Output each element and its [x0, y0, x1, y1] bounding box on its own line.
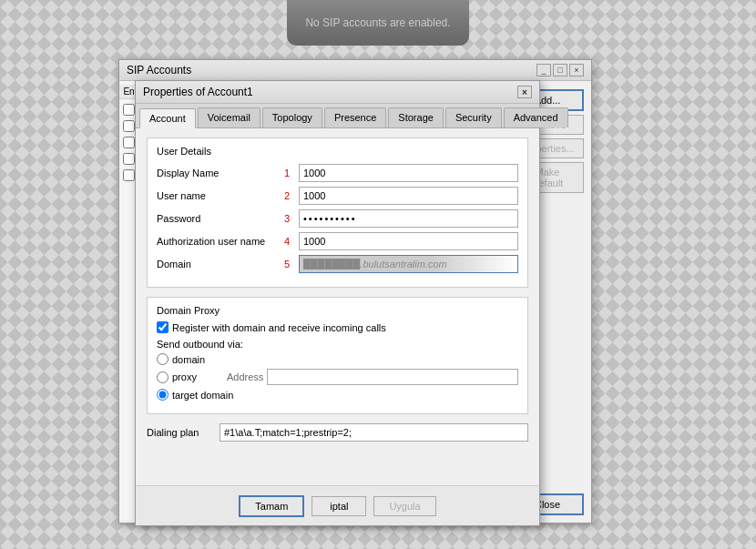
- user-details-group: User Details Display Name 1 User name 2 …: [147, 137, 528, 288]
- tab-storage[interactable]: Storage: [388, 107, 444, 127]
- domain-row: Domain 5: [157, 255, 518, 273]
- display-name-number: 1: [284, 168, 295, 178]
- proxy-address-label: Address: [227, 371, 263, 382]
- tab-account[interactable]: Account: [139, 108, 196, 128]
- domain-number: 5: [284, 259, 295, 269]
- sip-checkbox-4[interactable]: [123, 153, 135, 165]
- tabs-container: Account Voicemail Topology Presence Stor…: [136, 104, 539, 128]
- radio-target-domain-row: target domain: [157, 389, 518, 401]
- user-details-title: User Details: [157, 146, 518, 157]
- register-checkbox[interactable]: [157, 321, 169, 333]
- sip-accounts-close-button[interactable]: ×: [569, 64, 584, 76]
- tab-advanced[interactable]: Advanced: [504, 107, 568, 127]
- sip-checkbox-3[interactable]: [123, 137, 135, 148]
- radio-target-domain-label: target domain: [172, 390, 233, 401]
- auth-username-label: Authorization user name: [157, 236, 284, 247]
- properties-title: Properties of Account1: [143, 86, 253, 98]
- proxy-address-input[interactable]: [267, 369, 518, 385]
- domain-proxy-title: Domain Proxy: [157, 305, 518, 316]
- device-top: No SIP accounts are enabled.: [287, 0, 469, 46]
- ok-button[interactable]: Tamam: [239, 495, 304, 517]
- password-label: Password: [157, 213, 284, 224]
- radio-proxy-row: proxy Address: [157, 369, 518, 385]
- sip-accounts-maximize-button[interactable]: □: [553, 64, 567, 76]
- sip-accounts-title: SIP Accounts: [127, 64, 191, 76]
- display-name-label: Display Name: [157, 168, 284, 178]
- properties-close-button[interactable]: ×: [517, 86, 532, 98]
- sip-accounts-titlebar: SIP Accounts _ □ ×: [119, 60, 591, 81]
- sip-accounts-minimize-button[interactable]: _: [536, 64, 551, 76]
- display-name-input[interactable]: [299, 164, 518, 182]
- radio-domain[interactable]: [157, 353, 169, 365]
- cancel-button[interactable]: iptal: [312, 496, 366, 516]
- domain-input[interactable]: [299, 255, 518, 273]
- radio-domain-label: domain: [172, 354, 227, 365]
- password-number: 3: [284, 213, 295, 224]
- username-row: User name 2: [157, 187, 518, 205]
- auth-username-input[interactable]: [299, 232, 518, 250]
- apply-button[interactable]: Uygula: [373, 496, 435, 516]
- register-label: Register with domain and receive incomin…: [172, 322, 386, 333]
- auth-username-row: Authorization user name 4: [157, 232, 518, 250]
- auth-username-number: 4: [284, 236, 295, 247]
- properties-footer: Tamam iptal Uygula: [136, 485, 539, 525]
- password-input[interactable]: [299, 209, 518, 228]
- dialing-plan-input[interactable]: [220, 423, 528, 442]
- domain-proxy-group: Domain Proxy Register with domain and re…: [147, 297, 528, 414]
- sip-checkbox-5[interactable]: [123, 169, 135, 181]
- domain-label: Domain: [157, 259, 284, 269]
- send-outbound-label: Send outbound via:: [157, 339, 518, 350]
- tab-presence[interactable]: Presence: [324, 107, 386, 127]
- username-label: User name: [157, 190, 284, 201]
- radio-proxy[interactable]: [157, 371, 169, 383]
- display-name-row: Display Name 1: [157, 164, 518, 182]
- radio-target-domain[interactable]: [157, 389, 169, 401]
- radio-proxy-label: proxy: [172, 371, 227, 382]
- dialing-plan-row: Dialing plan: [147, 423, 528, 442]
- tab-voicemail[interactable]: Voicemail: [198, 107, 261, 127]
- radio-domain-row: domain: [157, 353, 518, 365]
- tab-topology[interactable]: Topology: [262, 107, 322, 127]
- properties-content: User Details Display Name 1 User name 2 …: [136, 128, 539, 493]
- username-input[interactable]: [299, 187, 518, 205]
- sip-checkbox-1[interactable]: [123, 104, 135, 116]
- device-label: No SIP accounts are enabled.: [305, 16, 450, 29]
- tab-security[interactable]: Security: [445, 107, 502, 127]
- username-number: 2: [284, 190, 295, 201]
- register-checkbox-row: Register with domain and receive incomin…: [157, 321, 518, 333]
- password-row: Password 3: [157, 209, 518, 228]
- sip-accounts-titlebar-controls: _ □ ×: [536, 64, 584, 76]
- properties-dialog: Properties of Account1 × Account Voicema…: [135, 80, 540, 526]
- dialing-plan-label: Dialing plan: [147, 427, 220, 438]
- sip-checkbox-2[interactable]: [123, 120, 135, 132]
- properties-titlebar: Properties of Account1 ×: [136, 81, 539, 104]
